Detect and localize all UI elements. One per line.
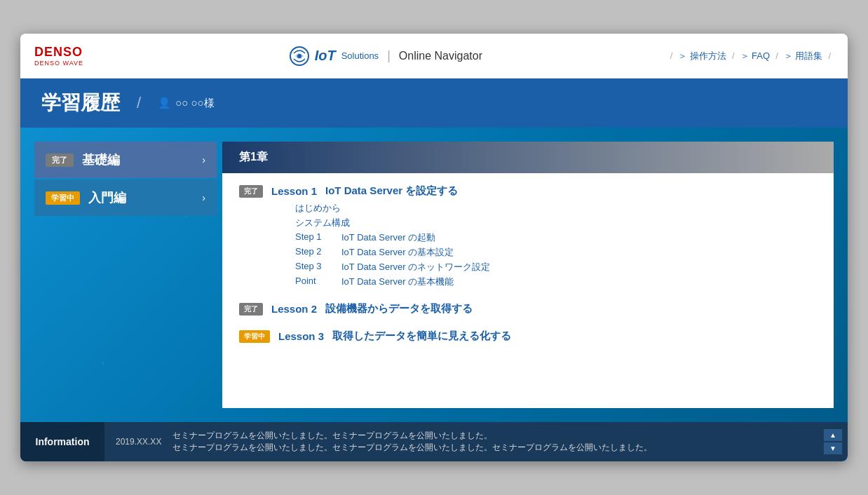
nav-link-operations[interactable]: ＞ 操作方法	[678, 50, 726, 62]
user-icon: 👤	[158, 97, 171, 109]
sidebar-label-kiso: 基礎編	[82, 151, 120, 168]
nav-center-sep: |	[387, 48, 391, 63]
lesson-badge-2: 完了	[239, 303, 263, 316]
sidebar-item-kiso[interactable]: 完了 基礎編 ›	[34, 142, 217, 178]
step-row-2: Step 2 IoT Data Server の基本設定	[295, 246, 817, 259]
step-text-point[interactable]: IoT Data Server の基本機能	[341, 276, 454, 288]
lesson-badge-1: 完了	[239, 185, 263, 198]
iot-icon	[290, 46, 309, 66]
sub-item-hajime[interactable]: はじめから	[295, 202, 817, 215]
lesson-number-3[interactable]: Lesson 3	[278, 330, 324, 342]
sidebar-badge-nyumon: 学習中	[46, 191, 80, 205]
info-text-2: セミナープログラムを公開いたしました。セミナープログラムを公開いたしました。セミ…	[172, 442, 652, 454]
sidebar-label-nyumon: 入門編	[88, 189, 126, 206]
content-panel: 第1章 完了 Lesson 1 IoT Data Server を設定する はじ…	[222, 142, 834, 408]
lesson-number-1[interactable]: Lesson 1	[271, 185, 317, 197]
info-arrows: ▲ ▼	[818, 422, 848, 461]
info-bar: Information 2019.XX.XX セミナープログラムを公開いたしまし…	[20, 422, 848, 461]
nav-center: IoT Solutions | Online Navigator	[104, 46, 667, 66]
lesson-title-1[interactable]: IoT Data Server を設定する	[325, 184, 458, 198]
nav-online-text: Online Navigator	[399, 50, 482, 62]
browser-window: DENSO DENSO WAVE IoT Solutions | Online …	[20, 34, 848, 461]
main-content: 完了 基礎編 › 学習中 入門編 › 第1章 完了 Lesson 1	[20, 128, 848, 422]
top-nav: DENSO DENSO WAVE IoT Solutions | Online …	[20, 34, 848, 79]
step-row-point: Point IoT Data Server の基本機能	[295, 276, 817, 288]
step-label-2: Step 2	[295, 246, 330, 259]
lesson-row-3: 学習中 Lesson 3 取得したデータを簡単に見える化する	[239, 330, 817, 343]
step-row-3: Step 3 IoT Data Server のネットワーク設定	[295, 261, 817, 273]
info-arrow-down[interactable]: ▼	[824, 442, 842, 454]
info-label: Information	[20, 422, 104, 461]
chapter-title: 第1章	[239, 150, 268, 165]
info-text-1: セミナープログラムを公開いたしました。セミナープログラムを公開いたしました。	[172, 430, 652, 442]
lesson-sub-list-1: はじめから システム構成 Step 1 IoT Data Server の起動 …	[239, 202, 817, 288]
logo-denso-wave: DENSO WAVE	[34, 60, 83, 67]
step-text-2[interactable]: IoT Data Server の基本設定	[341, 246, 454, 259]
sidebar-badge-kiso: 完了	[46, 154, 74, 167]
step-label-1: Step 1	[295, 231, 330, 244]
info-text-block: セミナープログラムを公開いたしました。セミナープログラムを公開いたしました。 セ…	[172, 430, 652, 454]
step-label-3: Step 3	[295, 261, 330, 273]
page-title: 学習履歴	[41, 90, 120, 116]
sub-item-system[interactable]: システム構成	[295, 217, 817, 229]
lesson-title-3[interactable]: 取得したデータを簡単に見える化する	[332, 330, 511, 343]
nav-link-glossary[interactable]: ＞ 用語集	[784, 50, 823, 62]
lesson-title-2[interactable]: 設備機器からデータを取得する	[325, 302, 473, 316]
user-name: ○○ ○○様	[175, 97, 214, 110]
sidebar-arrow-nyumon: ›	[202, 192, 205, 203]
info-arrow-up[interactable]: ▲	[824, 429, 842, 441]
lesson-row-2: 完了 Lesson 2 設備機器からデータを取得する	[239, 302, 817, 316]
nav-link-faq[interactable]: ＞ FAQ	[740, 50, 771, 62]
lesson-header-1: 完了 Lesson 1 IoT Data Server を設定する	[239, 184, 817, 198]
logo-denso: DENSO	[34, 45, 83, 60]
svg-point-1	[297, 54, 301, 58]
step-text-3[interactable]: IoT Data Server のネットワーク設定	[341, 261, 490, 273]
nav-right: / ＞ 操作方法 / ＞ FAQ / ＞ 用語集 /	[667, 50, 834, 62]
info-content: 2019.XX.XX セミナープログラムを公開いたしました。セミナープログラムを…	[104, 422, 818, 461]
sidebar-item-nyumon[interactable]: 学習中 入門編 ›	[34, 179, 217, 216]
nav-solutions-text: Solutions	[341, 50, 379, 61]
lesson-row-1: 完了 Lesson 1 IoT Data Server を設定する はじめから …	[239, 184, 817, 288]
logo-area: DENSO DENSO WAVE	[34, 45, 104, 67]
step-text-1[interactable]: IoT Data Server の起動	[341, 231, 435, 244]
page-user: 👤 ○○ ○○様	[158, 97, 214, 110]
step-row-1: Step 1 IoT Data Server の起動	[295, 231, 817, 244]
nav-iot-text: IoT	[315, 48, 336, 64]
info-date: 2019.XX.XX	[116, 437, 161, 447]
step-label-point: Point	[295, 276, 330, 288]
page-header: 学習履歴 / 👤 ○○ ○○様	[20, 79, 848, 128]
lesson-badge-3: 学習中	[239, 330, 270, 343]
lesson-header-3: 学習中 Lesson 3 取得したデータを簡単に見える化する	[239, 330, 817, 343]
lesson-number-2[interactable]: Lesson 2	[271, 303, 317, 315]
lesson-list: 完了 Lesson 1 IoT Data Server を設定する はじめから …	[222, 173, 834, 354]
sidebar: 完了 基礎編 › 学習中 入門編 ›	[34, 142, 217, 408]
chapter-header: 第1章	[222, 142, 834, 173]
sidebar-arrow-kiso: ›	[202, 154, 205, 165]
lesson-header-2: 完了 Lesson 2 設備機器からデータを取得する	[239, 302, 817, 316]
